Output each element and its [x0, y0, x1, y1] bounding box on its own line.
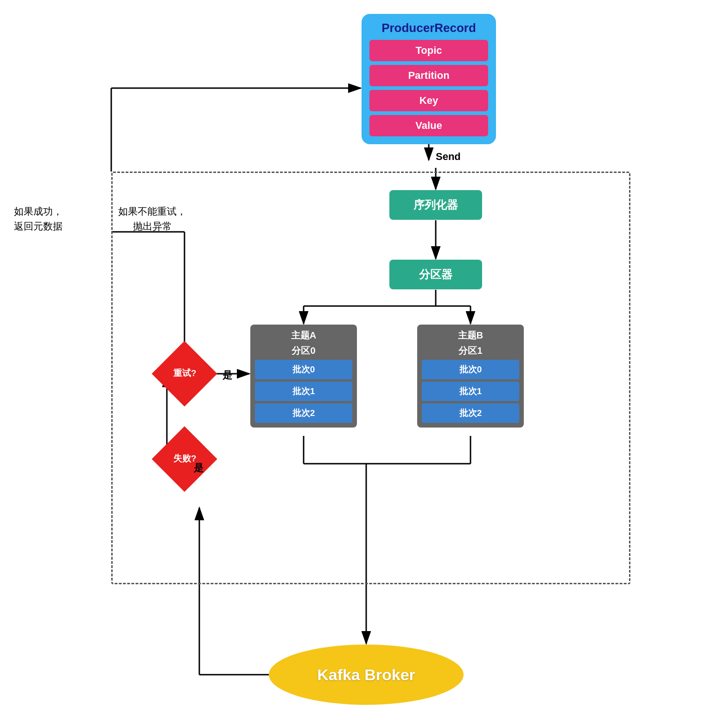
shi-fail-label: 是: [194, 461, 203, 474]
retry-label: 重试?: [162, 367, 208, 379]
field-key: Key: [369, 90, 488, 111]
no-retry-label: 如果不能重试， 抛出异常: [118, 204, 186, 233]
partitioner-label: 分区器: [419, 267, 452, 282]
topic-b-batch-2: 批次2: [422, 403, 519, 423]
field-partition: Partition: [369, 65, 488, 86]
topic-a-box: 主题A 分区0 批次0 批次1 批次2: [250, 325, 357, 428]
topic-b-header2: 分区1: [422, 345, 519, 357]
topic-b-header1: 主题B: [422, 329, 519, 342]
kafka-broker: Kafka Broker: [269, 645, 464, 705]
topic-a-header2: 分区0: [255, 345, 352, 357]
topic-a-batch-0: 批次0: [255, 360, 352, 379]
topic-a-header1: 主题A: [255, 329, 352, 342]
send-label: Send: [436, 151, 461, 163]
serializer-label: 序列化器: [413, 198, 458, 212]
topic-b-batch-0: 批次0: [422, 360, 519, 379]
partitioner-box: 分区器: [389, 260, 482, 289]
shi-retry-label: 是: [222, 369, 232, 382]
topic-b-batch-1: 批次1: [422, 382, 519, 401]
topic-b-box: 主题B 分区1 批次0 批次1 批次2: [417, 325, 524, 428]
kafka-broker-label: Kafka Broker: [317, 666, 415, 684]
topic-a-batch-1: 批次1: [255, 382, 352, 401]
serializer-box: 序列化器: [389, 190, 482, 220]
producer-record-title: ProducerRecord: [369, 21, 488, 35]
topic-a-batch-2: 批次2: [255, 403, 352, 423]
success-label: 如果成功， 返回元数据: [14, 204, 63, 233]
field-value: Value: [369, 115, 488, 136]
producer-record-box: ProducerRecord Topic Partition Key Value: [362, 14, 496, 144]
diagram: ProducerRecord Topic Partition Key Value…: [0, 0, 712, 728]
field-topic: Topic: [369, 40, 488, 61]
